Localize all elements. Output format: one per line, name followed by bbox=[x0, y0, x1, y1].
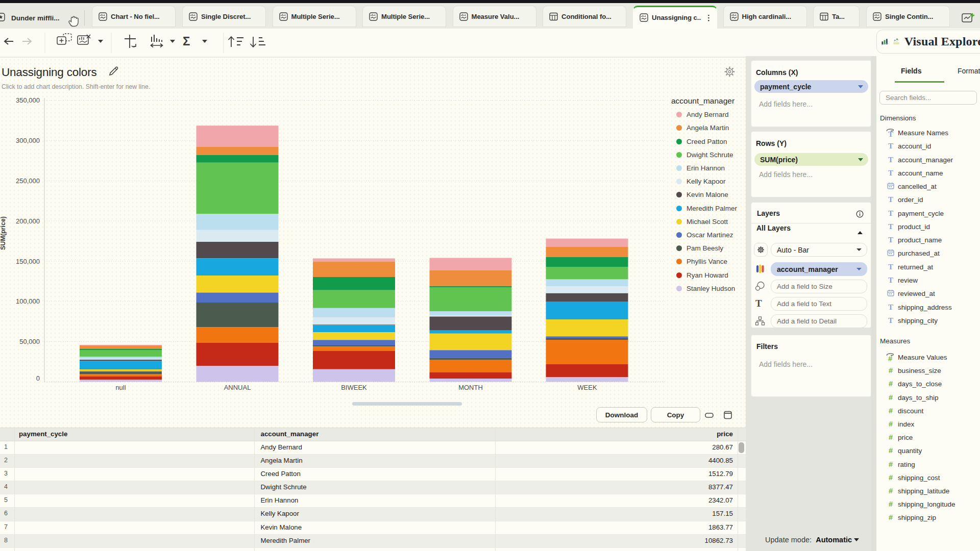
svg-text:200,000: 200,000 bbox=[16, 217, 40, 225]
svg-text:ANNUAL: ANNUAL bbox=[224, 384, 251, 391]
svg-text:100,000: 100,000 bbox=[16, 297, 40, 305]
svg-text:Σ: Σ bbox=[183, 34, 190, 48]
svg-text:null: null bbox=[115, 384, 126, 391]
svg-text:50,000: 50,000 bbox=[19, 338, 40, 345]
svg-text:150,000: 150,000 bbox=[16, 258, 40, 265]
svg-text:SUM(price): SUM(price) bbox=[0, 216, 7, 250]
svg-text:BIWEEK: BIWEEK bbox=[341, 384, 367, 391]
svg-text:WEEK: WEEK bbox=[577, 384, 597, 391]
svg-text:0: 0 bbox=[36, 374, 40, 382]
svg-text:250,000: 250,000 bbox=[16, 177, 40, 185]
svg-text:300,000: 300,000 bbox=[16, 137, 40, 144]
svg-text:MONTH: MONTH bbox=[458, 384, 483, 391]
svg-text:350,000: 350,000 bbox=[16, 96, 40, 104]
